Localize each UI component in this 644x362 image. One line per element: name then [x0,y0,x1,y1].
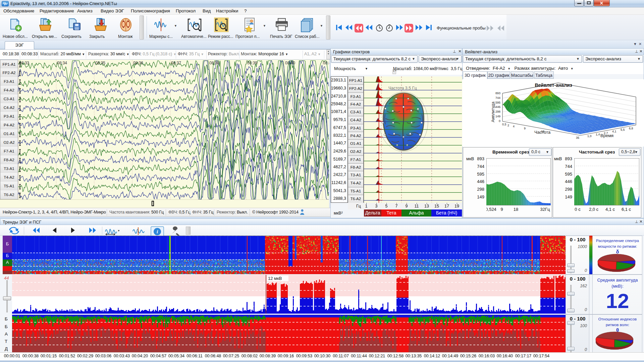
svg-text:6,1 с: 6,1 с [622,207,631,212]
svg-text:5,5: 5,5 [621,128,625,131]
svg-text:2: 2 [507,124,509,127]
svg-text:08:35: 08:35 [95,61,105,65]
svg-text:2,0 с: 2,0 с [589,207,599,212]
svg-text:1,0: 1,0 [587,134,592,138]
svg-text:12 мкВ: 12 мкВ [268,276,282,281]
svg-text:Частота: Частота [534,130,551,135]
svg-text:1,4: 1,4 [596,133,600,136]
svg-text:0 с: 0 с [575,207,581,212]
svg-text:0: 0 [499,119,500,123]
svg-text:298: 298 [495,110,500,113]
svg-text:9: 9 [500,207,503,212]
svg-text:Частота 3,5 Гц: Частота 3,5 Гц [388,86,417,90]
svg-text:0,5: 0,5 [502,123,506,126]
svg-text:4: 4 [513,125,515,128]
svg-text:Время: Время [600,133,613,138]
svg-text:35: 35 [576,136,579,139]
svg-text:08:40: 08:40 [285,61,295,65]
svg-text:4,1 с: 4,1 с [605,207,615,212]
svg-text:4: 4 [494,207,496,212]
svg-text:149: 149 [495,115,500,118]
svg-text:18: 18 [514,207,518,212]
svg-text:08:33: 08:33 [19,61,29,65]
svg-text:6,8: 6,8 [629,127,633,130]
svg-text:08:34: 08:34 [57,61,67,65]
svg-text:08:38: 08:38 [209,61,219,65]
svg-text:32Гц: 32Гц [540,207,550,212]
svg-text:Амплитуда: Амплитуда [491,102,495,122]
svg-text:893: 893 [495,92,500,95]
svg-text:4,1: 4,1 [612,130,616,133]
svg-text:595: 595 [495,101,500,104]
svg-text:08:36: 08:36 [133,61,143,65]
svg-text:9: 9 [524,127,526,130]
svg-text:744: 744 [495,96,500,100]
svg-text:08:37: 08:37 [171,61,181,65]
svg-text:0,52: 0,52 [486,207,494,212]
svg-text:08:39: 08:39 [247,61,257,65]
svg-text:446: 446 [495,105,500,109]
